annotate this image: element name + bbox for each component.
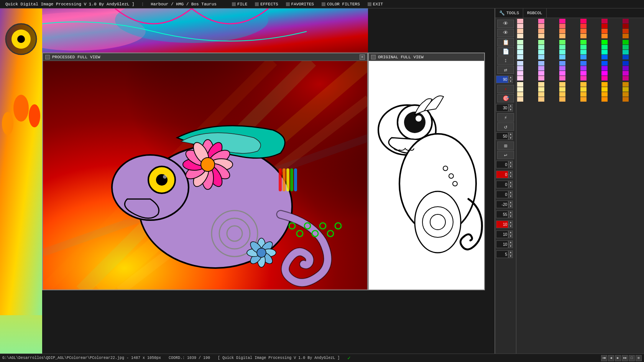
nav-view-button[interactable]: □ <box>629 355 635 361</box>
nav-first-button[interactable]: ⏮ <box>601 355 607 361</box>
swatch-1[interactable] <box>517 19 523 23</box>
swatch-g14[interactable] <box>538 50 544 54</box>
swatch-b14[interactable] <box>538 71 544 76</box>
processed-content[interactable] <box>43 61 367 290</box>
swatch-o3[interactable] <box>559 82 565 87</box>
spinbox-1-down[interactable]: ▼ <box>508 79 513 83</box>
spinbox-6[interactable] <box>496 181 508 188</box>
swatch-b11[interactable] <box>601 66 608 71</box>
spinbox-3-down[interactable]: ▼ <box>508 136 513 140</box>
target-button[interactable]: 🎯 <box>497 94 514 102</box>
swatch-6[interactable] <box>623 19 629 23</box>
spinbox-2[interactable] <box>496 104 508 112</box>
swatch-b6[interactable] <box>623 61 629 66</box>
copy-button[interactable]: 📋 <box>497 38 514 46</box>
bolt-button[interactable]: ⚡ <box>497 113 514 122</box>
swatch-b1[interactable] <box>517 61 523 66</box>
spinbox-11-up[interactable]: ▲ <box>508 230 513 234</box>
spinbox-8-up[interactable]: ▲ <box>508 201 513 204</box>
spinbox-9-down[interactable]: ▼ <box>508 214 513 218</box>
swatch-b4[interactable] <box>580 61 586 66</box>
spinbox-9[interactable] <box>496 211 508 218</box>
menu-file[interactable]: FILE <box>228 1 251 7</box>
swatch-b17[interactable] <box>601 71 608 76</box>
swatch-24[interactable] <box>623 34 629 38</box>
swatch-5[interactable] <box>601 19 608 23</box>
swatch-o10[interactable] <box>580 87 586 92</box>
spinbox-6-down[interactable]: ▼ <box>508 184 513 188</box>
swatch-12[interactable] <box>623 24 629 28</box>
swatch-18[interactable] <box>623 29 629 33</box>
swatch-o13[interactable] <box>517 92 523 97</box>
swatch-b3[interactable] <box>559 61 565 66</box>
swatch-14[interactable] <box>538 29 544 33</box>
swatch-g10[interactable] <box>580 45 586 49</box>
swatch-19[interactable] <box>517 34 523 38</box>
swatch-b20[interactable] <box>538 76 544 81</box>
swatch-o17[interactable] <box>601 92 608 97</box>
swatch-g8[interactable] <box>538 45 544 49</box>
swatch-21[interactable] <box>559 34 565 38</box>
spinbox-10[interactable] <box>496 220 508 228</box>
swatch-o15[interactable] <box>559 92 565 97</box>
menu-effects[interactable]: EFFECTS <box>251 1 282 7</box>
swatch-o1[interactable] <box>517 82 523 87</box>
swatch-10[interactable] <box>580 24 586 28</box>
swatch-g9[interactable] <box>559 45 565 49</box>
spinbox-3[interactable] <box>496 132 508 140</box>
swatch-b23[interactable] <box>601 76 608 81</box>
swatch-9[interactable] <box>559 24 565 28</box>
swatch-b21[interactable] <box>559 76 565 81</box>
swatch-b19[interactable] <box>517 76 523 81</box>
swatch-b8[interactable] <box>538 66 544 71</box>
swatch-g16[interactable] <box>580 50 586 54</box>
swatch-4[interactable] <box>580 19 586 23</box>
swatch-o14[interactable] <box>538 92 544 97</box>
swatch-o12[interactable] <box>623 87 629 92</box>
spinbox-5[interactable] <box>496 171 508 178</box>
swatch-b15[interactable] <box>559 71 565 76</box>
paste-button[interactable]: 📄 <box>497 47 514 56</box>
nav-last-button[interactable]: ⏭ <box>622 355 628 361</box>
swatch-16[interactable] <box>580 29 586 33</box>
spinbox-8[interactable] <box>496 201 508 208</box>
swatch-b9[interactable] <box>559 66 565 71</box>
swatch-g19[interactable] <box>517 55 523 59</box>
swatch-o11[interactable] <box>601 87 608 92</box>
swatch-20[interactable] <box>538 34 544 38</box>
spinbox-13-down[interactable]: ▼ <box>508 254 513 258</box>
spinbox-4-up[interactable]: ▲ <box>508 161 513 165</box>
swatch-8[interactable] <box>538 24 544 28</box>
swatch-g21[interactable] <box>559 55 565 59</box>
swatch-g17[interactable] <box>601 50 608 54</box>
spinbox-13-up[interactable]: ▲ <box>508 250 513 254</box>
spinbox-7-down[interactable]: ▼ <box>508 194 513 198</box>
swap-button[interactable]: ⇄ <box>497 66 514 74</box>
swatch-b10[interactable] <box>580 66 586 71</box>
swatch-g20[interactable] <box>538 55 544 59</box>
swatch-g6[interactable] <box>623 40 629 44</box>
swatch-g1[interactable] <box>517 40 523 44</box>
spinbox-7-up[interactable]: ▲ <box>508 191 513 194</box>
swatch-b12[interactable] <box>623 66 629 71</box>
original-content[interactable] <box>369 61 484 290</box>
swatch-o18[interactable] <box>623 92 629 97</box>
undo-button[interactable]: ↩ <box>497 151 514 159</box>
spinbox-9-up[interactable]: ▲ <box>508 211 513 214</box>
swatch-b13[interactable] <box>517 71 523 76</box>
swatch-17[interactable] <box>601 29 608 33</box>
swatch-g3[interactable] <box>559 40 565 44</box>
swatch-o16[interactable] <box>580 92 586 97</box>
spinbox-5-up[interactable]: ▲ <box>508 171 513 174</box>
swatch-g24[interactable] <box>623 55 629 59</box>
swatch-o20[interactable] <box>538 97 544 102</box>
spinbox-1[interactable] <box>496 76 508 83</box>
swatch-o4[interactable] <box>580 82 586 87</box>
swatch-22[interactable] <box>580 34 586 38</box>
swatch-g22[interactable] <box>580 55 586 59</box>
processed-close-button[interactable]: ✕ <box>360 54 365 60</box>
swatch-b2[interactable] <box>538 61 544 66</box>
swatch-o6[interactable] <box>623 82 629 87</box>
tools-tab[interactable]: 🔧 TOOLS <box>495 8 523 18</box>
swatch-o22[interactable] <box>580 97 586 102</box>
